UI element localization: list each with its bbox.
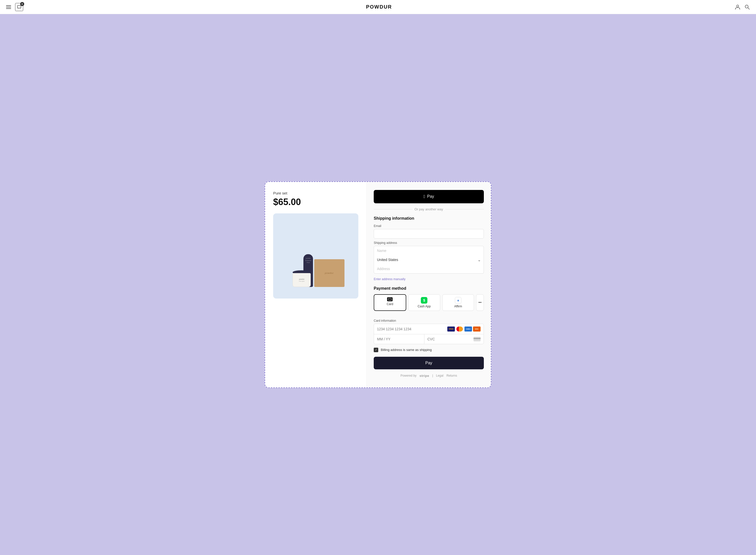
cart-icon xyxy=(17,5,21,9)
billing-same-row[interactable]: ✓ Billing address is same as shipping xyxy=(374,348,484,352)
affirm-icon: a xyxy=(455,297,461,304)
payment-method-card[interactable]: Card xyxy=(374,294,406,311)
card-info-section: Card information VISA AMEX DISC xyxy=(374,319,484,344)
payment-method-more[interactable]: ••• xyxy=(476,294,484,311)
jar-label: Pure glow xyxy=(299,281,304,282)
product-name: Pure set xyxy=(273,191,358,195)
expiry-input[interactable] xyxy=(374,334,424,344)
search-icon[interactable] xyxy=(745,4,750,10)
affirm-label: Affirm xyxy=(454,305,462,308)
more-label: ••• xyxy=(478,301,481,304)
cvc-card-icon xyxy=(473,337,480,341)
mastercard-icon xyxy=(456,327,463,332)
email-input[interactable] xyxy=(374,229,484,239)
svg-line-5 xyxy=(748,8,749,9)
card-bottom-row xyxy=(374,334,484,344)
apple-pay-button[interactable]:  Pay xyxy=(374,190,484,203)
discover-icon: DISC xyxy=(473,327,480,332)
jar-brand: powdur xyxy=(299,279,305,280)
product-artwork: powdur powdurEnhance Pure powdur Pure gl… xyxy=(280,220,352,292)
name-input[interactable] xyxy=(374,246,484,255)
svg-point-3 xyxy=(737,5,739,7)
payment-methods-row: Card $ Cash App a Affirm ••• xyxy=(374,294,484,311)
shipping-address-label: Shipping address xyxy=(374,241,484,245)
card-label: Card xyxy=(386,302,393,306)
box-label: powdur xyxy=(325,272,334,274)
page-content: Pure set $65.00 powdur powdurEnhance Pur… xyxy=(0,14,756,555)
stripe-logo: stripe xyxy=(420,374,429,378)
card-info-label: Card information xyxy=(374,319,484,323)
product-price: $65.00 xyxy=(273,197,358,207)
billing-same-label: Billing address is same as shipping xyxy=(381,348,432,352)
account-icon[interactable] xyxy=(735,4,741,10)
amex-icon: AMEX xyxy=(464,327,472,332)
email-group: Email xyxy=(374,224,484,239)
navbar-left: 0 xyxy=(6,3,23,11)
pay-button[interactable]: Pay xyxy=(374,357,484,369)
navbar-right xyxy=(735,4,750,10)
payment-title: Payment method xyxy=(374,286,484,291)
address-input[interactable] xyxy=(374,264,484,273)
cart-count: 0 xyxy=(20,2,24,6)
right-panel:  Pay Or pay another way Shipping inform… xyxy=(367,182,491,387)
shipping-title: Shipping information xyxy=(374,216,484,221)
product-jar: powdur Pure glow xyxy=(293,273,311,287)
shipping-section: Shipping information Email Shipping addr… xyxy=(374,216,484,281)
navbar: 0 POWDUR xyxy=(0,0,756,14)
checkout-card: Pure set $65.00 powdur powdurEnhance Pur… xyxy=(265,181,491,388)
powered-by-text: Powered by xyxy=(401,374,416,377)
cashapp-icon: $ xyxy=(421,297,427,304)
billing-checkbox[interactable]: ✓ xyxy=(374,348,378,352)
enter-address-manually-link[interactable]: Enter address manually xyxy=(374,278,406,281)
payment-method-affirm[interactable]: a Affirm xyxy=(442,294,474,311)
product-image: powdur powdurEnhance Pure powdur Pure gl… xyxy=(273,213,358,299)
legal-link[interactable]: Legal xyxy=(436,374,443,377)
country-select-wrapper: United States Canada United Kingdom Aust… xyxy=(374,255,484,264)
brand-logo: POWDUR xyxy=(366,4,392,10)
card-icon xyxy=(387,297,392,301)
cvc-input[interactable] xyxy=(427,337,471,341)
email-label: Email xyxy=(374,224,484,228)
divider-text: Or pay another way xyxy=(374,207,484,211)
svg-point-4 xyxy=(745,5,748,8)
card-number-input[interactable] xyxy=(377,327,447,331)
svg-rect-0 xyxy=(17,5,21,8)
payment-method-cashapp[interactable]: $ Cash App xyxy=(408,294,440,311)
visa-icon: VISA xyxy=(447,327,455,332)
country-select[interactable]: United States Canada United Kingdom Aust… xyxy=(374,255,484,264)
returns-link[interactable]: Returns xyxy=(447,374,457,377)
tube-label: powdurEnhance Pure xyxy=(303,257,313,263)
shipping-address-group: Shipping address United States Canada Un… xyxy=(374,241,484,273)
card-icons: VISA AMEX DISC xyxy=(447,327,480,332)
product-box: powdur xyxy=(314,259,344,287)
hamburger-menu[interactable] xyxy=(6,5,11,9)
card-number-row: VISA AMEX DISC xyxy=(374,324,484,334)
payment-section: Payment method Card $ Cash App xyxy=(374,286,484,315)
apple-pay-label: Pay xyxy=(427,194,434,199)
apple-icon:  xyxy=(423,194,425,199)
cart-button[interactable]: 0 xyxy=(15,3,23,11)
footer: Powered by stripe | Legal Returns xyxy=(374,374,484,378)
cvc-wrapper xyxy=(424,334,484,344)
cashapp-label: Cash App xyxy=(418,305,431,308)
left-panel: Pure set $65.00 powdur powdurEnhance Pur… xyxy=(265,182,367,387)
